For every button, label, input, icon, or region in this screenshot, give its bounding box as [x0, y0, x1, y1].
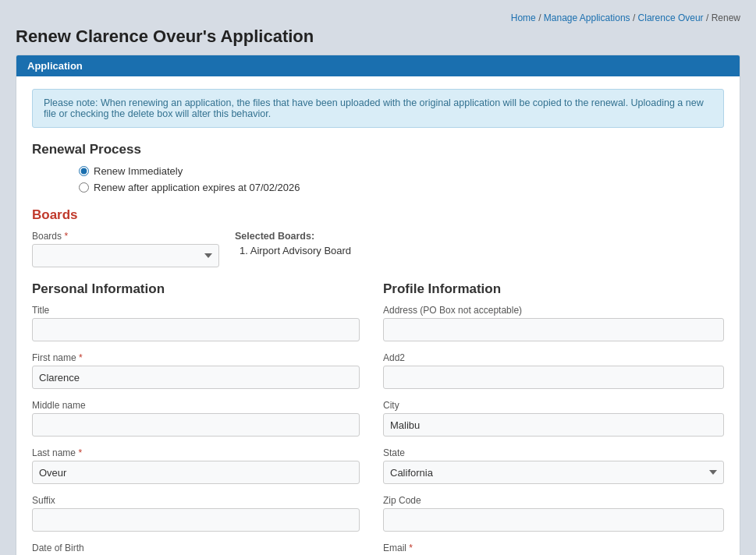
selected-boards-label: Selected Boards:	[235, 231, 724, 242]
boards-field-label: Boards *	[32, 231, 219, 242]
selected-board-item: 1. Airport Advisory Board	[235, 245, 724, 256]
personal-info-col: Personal Information Title First name *	[32, 281, 360, 555]
address-input[interactable]	[383, 318, 724, 341]
last-name-label: Last name *	[32, 447, 360, 458]
city-label: City	[383, 400, 724, 411]
form-two-col: Personal Information Title First name *	[32, 281, 724, 555]
zip-input[interactable]	[383, 508, 724, 532]
renewal-radio-immediately[interactable]	[79, 166, 89, 176]
title-group: Title	[32, 305, 360, 341]
renewal-option-after-expiry[interactable]: Renew after application expires at 07/02…	[79, 182, 724, 193]
zip-label: Zip Code	[383, 495, 724, 506]
middle-name-input[interactable]	[32, 413, 360, 437]
title-label: Title	[32, 305, 360, 316]
profile-info-col: Profile Information Address (PO Box not …	[383, 281, 724, 555]
email-label: Email *	[383, 543, 724, 553]
personal-info-title: Personal Information	[32, 281, 360, 297]
breadcrumb-renew: Renew	[712, 12, 740, 23]
add2-group: Add2	[383, 352, 724, 389]
card-header: Application	[16, 55, 740, 76]
add2-input[interactable]	[383, 366, 724, 389]
boards-inner: Boards * Airport Advisory Board Selected…	[32, 231, 724, 267]
zip-group: Zip Code	[383, 495, 724, 532]
renewal-radio-after-expiry[interactable]	[79, 182, 89, 193]
application-card: Application Please note: When renewing a…	[16, 55, 740, 555]
dob-label: Date of Birth	[32, 543, 360, 553]
city-input[interactable]	[383, 413, 724, 437]
renewal-section-title: Renewal Process	[32, 142, 724, 157]
boards-right: Selected Boards: 1. Airport Advisory Boa…	[235, 231, 724, 256]
breadcrumb-manage-applications[interactable]: Manage Applications	[544, 12, 630, 23]
first-name-input[interactable]	[32, 366, 360, 389]
breadcrumb: Home / Manage Applications / Clarence Ov…	[16, 8, 740, 27]
first-name-label: First name *	[32, 352, 360, 363]
middle-name-label: Middle name	[32, 400, 360, 411]
renewal-after-expiry-label: Renew after application expires at 07/02…	[94, 182, 300, 193]
title-input[interactable]	[32, 318, 360, 341]
state-select[interactable]: AlabamaAlaskaArizonaArkansasCaliforniaCo…	[383, 461, 724, 484]
renewal-options: Renew Immediately Renew after applicatio…	[32, 165, 724, 193]
suffix-input[interactable]	[32, 508, 360, 532]
email-group: Email *	[383, 543, 724, 555]
suffix-label: Suffix	[32, 495, 360, 506]
renewal-option-immediately[interactable]: Renew Immediately	[79, 165, 724, 177]
city-group: City	[383, 400, 724, 437]
boards-section: Boards Boards * Airport Advisory Board	[32, 207, 724, 267]
breadcrumb-home[interactable]: Home	[511, 12, 536, 23]
add2-label: Add2	[383, 352, 724, 363]
state-group: State AlabamaAlaskaArizonaArkansasCalifo…	[383, 447, 724, 484]
dob-group: Date of Birth	[32, 543, 360, 555]
boards-left: Boards * Airport Advisory Board	[32, 231, 219, 267]
boards-select[interactable]: Airport Advisory Board	[32, 244, 219, 267]
page-title: Renew Clarence Oveur's Application	[16, 27, 740, 47]
state-label: State	[383, 447, 724, 458]
last-name-input[interactable]	[32, 461, 360, 484]
address-label: Address (PO Box not acceptable)	[383, 305, 724, 316]
renewal-immediately-label: Renew Immediately	[94, 165, 183, 177]
profile-info-title: Profile Information	[383, 281, 724, 297]
first-name-group: First name *	[32, 352, 360, 389]
notice-box: Please note: When renewing an applicatio…	[32, 89, 724, 128]
boards-section-title: Boards	[32, 207, 724, 223]
last-name-group: Last name *	[32, 447, 360, 484]
suffix-group: Suffix	[32, 495, 360, 532]
card-body: Please note: When renewing an applicatio…	[16, 76, 740, 555]
breadcrumb-clarence-oveur[interactable]: Clarence Oveur	[638, 12, 704, 23]
middle-name-group: Middle name	[32, 400, 360, 437]
address-group: Address (PO Box not acceptable)	[383, 305, 724, 341]
